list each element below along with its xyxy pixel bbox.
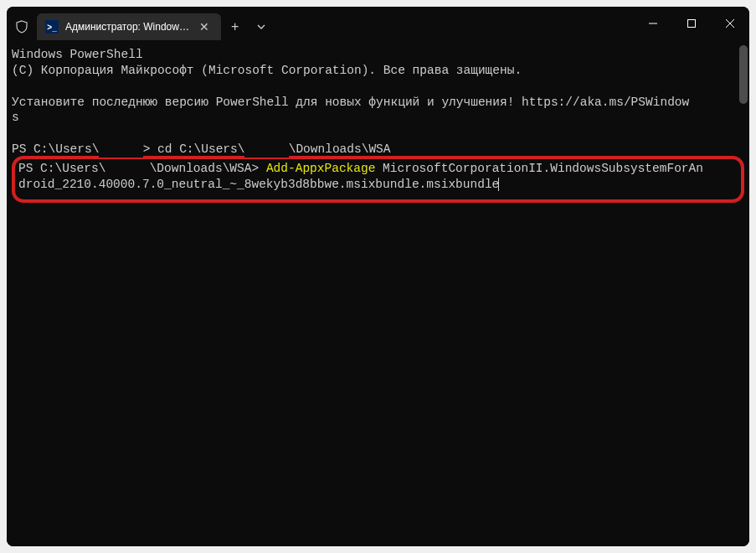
redacted-text: XXXXXX (105, 161, 149, 177)
prompt-text: \Downloads\WSA> (150, 162, 266, 175)
new-tab-button[interactable]: + (221, 14, 249, 39)
terminal-content[interactable]: Windows PowerShell (C) Корпорация Майкро… (7, 40, 749, 546)
command-args: MicrosoftCorporationII.WindowsSubsystemF… (375, 162, 703, 175)
tab-powershell[interactable]: >_ Администратор: Windows Po ✕ (37, 13, 221, 40)
terminal-line: (C) Корпорация Майкрософт (Microsoft Cor… (12, 63, 744, 79)
terminal-window: >_ Администратор: Windows Po ✕ + Windows… (7, 7, 749, 546)
redacted-text: XXXXXX (99, 142, 142, 158)
prompt-line: PS C:\Users\XXXXXX\Downloads\WSA> Add-Ap… (18, 161, 738, 177)
highlighted-command: PS C:\Users\XXXXXX\Downloads\WSA> Add-Ap… (12, 156, 744, 203)
tab-title: Администратор: Windows Po (65, 21, 191, 33)
close-tab-button[interactable]: ✕ (196, 18, 213, 35)
tab-dropdown-button[interactable] (249, 17, 274, 37)
prompt-text: PS C:\Users\ (18, 162, 105, 175)
window-controls (634, 10, 749, 37)
prompt-text: \Downloads\WSA (289, 142, 391, 156)
command-name: Add-AppxPackage (266, 162, 376, 175)
redacted-text: XXXXXX (244, 142, 288, 158)
svg-rect-1 (688, 20, 696, 28)
powershell-icon: >_ (45, 20, 59, 34)
prompt-text: > cd C:\Users\ (143, 142, 245, 156)
shield-icon (13, 18, 30, 35)
terminal-line (12, 79, 744, 95)
title-bar: >_ Администратор: Windows Po ✕ + (7, 7, 749, 40)
minimize-button[interactable] (634, 10, 672, 37)
prompt-text: PS C:\Users\ (12, 142, 99, 156)
terminal-line (12, 126, 744, 142)
terminal-line: Установите последнюю версию PowerShell д… (12, 95, 744, 111)
maximize-button[interactable] (672, 10, 711, 37)
command-args: droid_2210.40000.7.0_neutral_~_8wekyb3d8… (18, 178, 499, 191)
terminal-line: s (12, 110, 744, 126)
prompt-line: droid_2210.40000.7.0_neutral_~_8wekyb3d8… (18, 177, 738, 193)
scrollbar[interactable] (739, 45, 748, 104)
close-window-button[interactable] (711, 10, 749, 37)
cursor-icon (498, 178, 499, 191)
terminal-line: Windows PowerShell (12, 47, 744, 63)
